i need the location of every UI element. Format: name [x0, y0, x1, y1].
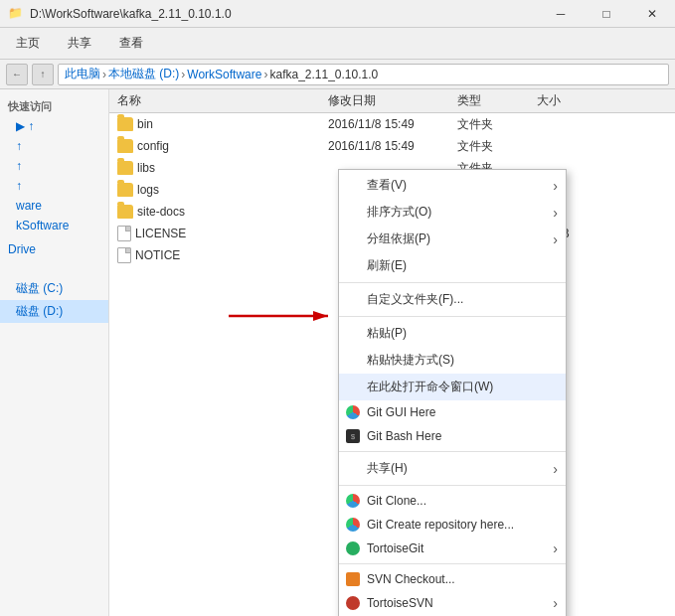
file-name: bin — [109, 117, 328, 131]
menu-separator — [339, 485, 566, 486]
file-type: 文件夹 — [457, 138, 537, 155]
menu-item-gitcreate[interactable]: Git Create repository here... — [339, 513, 566, 537]
menu-item-label: 在此处打开命令窗口(W) — [367, 379, 493, 395]
menu-separator — [339, 282, 566, 283]
file-name: site-docs — [109, 205, 328, 219]
sidebar-item-3[interactable]: ↑ — [0, 156, 108, 176]
sidebar-item-ware[interactable]: ware — [0, 196, 108, 216]
window-controls: ─ □ ✕ — [538, 0, 675, 28]
menu-item-label: Git Bash Here — [367, 429, 441, 443]
menu-item-svncheckout[interactable]: SVN Checkout... — [339, 567, 566, 591]
title-bar: 📁 D:\WorkSoftware\kafka_2.11_0.10.1.0 ─ … — [0, 0, 675, 28]
col-header-size[interactable]: 大小 — [537, 92, 596, 109]
address-bar: ← ↑ 此电脑 › 本地磁盘 (D:) › WorkSoftware › kaf… — [0, 60, 675, 89]
menu-item-sort[interactable]: 排序方式(O) — [339, 199, 566, 226]
col-header-name[interactable]: 名称 — [109, 92, 328, 109]
window-icon: 📁 — [8, 6, 24, 22]
file-icon — [117, 247, 131, 263]
menu-item-label: 粘贴(P) — [367, 325, 407, 342]
close-button[interactable]: ✕ — [629, 0, 675, 28]
sidebar-quick-access-header: 快速访问 — [0, 93, 108, 116]
git-logo-icon — [346, 518, 360, 532]
menu-item-gitgui[interactable]: Git GUI Here — [339, 400, 566, 424]
bash-logo-icon: $ — [346, 429, 360, 443]
sidebar-item-4[interactable]: ↑ — [0, 176, 108, 196]
sidebar-item-ddrive[interactable]: 磁盘 (D:) — [0, 300, 108, 323]
menu-item-tortoisegit[interactable]: TortoiseGit — [339, 537, 566, 560]
file-area: 名称 修改日期 类型 大小 bin 2016/11/8 15:49 文件夹 co… — [109, 89, 675, 616]
menu-item-label: SVN Checkout... — [367, 572, 455, 586]
folder-icon — [117, 161, 133, 175]
col-header-date[interactable]: 修改日期 — [328, 92, 457, 109]
menu-item-group[interactable]: 分组依据(P) — [339, 226, 566, 252]
sidebar: 快速访问 ▶ ↑ ↑ ↑ ↑ ware kSoftware Drive 磁盘 (… — [0, 89, 109, 616]
maximize-button[interactable]: □ — [584, 0, 629, 28]
quick-access-section: 快速访问 ▶ ↑ ↑ ↑ ↑ ware kSoftware — [0, 93, 108, 235]
menu-separator — [339, 451, 566, 452]
file-icon — [117, 226, 131, 241]
file-name: LICENSE — [109, 226, 328, 241]
address-path[interactable]: 此电脑 › 本地磁盘 (D:) › WorkSoftware › kafka_2… — [58, 64, 669, 85]
file-name: libs — [109, 161, 328, 175]
git-icon — [345, 493, 361, 509]
path-worksoftware[interactable]: WorkSoftware — [187, 68, 261, 81]
menu-item-label: Git Clone... — [367, 494, 426, 508]
tab-share[interactable]: 共享 — [56, 31, 103, 56]
tortoisesvn-logo-icon — [346, 596, 360, 610]
menu-item-label: TortoiseGit — [367, 541, 423, 555]
menu-item-label: Git Create repository here... — [367, 518, 514, 532]
column-headers: 名称 修改日期 类型 大小 — [109, 89, 675, 113]
folder-icon — [117, 205, 133, 219]
tortoisegit-icon — [345, 540, 361, 556]
menu-item-tortoisesvn[interactable]: TortoiseSVN — [339, 591, 566, 615]
menu-item-label: 排序方式(O) — [367, 204, 431, 221]
toolbar: 主页 共享 查看 — [0, 28, 675, 60]
red-arrow — [229, 306, 338, 326]
table-row[interactable]: bin 2016/11/8 15:49 文件夹 — [109, 113, 675, 135]
menu-item-share[interactable]: 共享(H) — [339, 455, 566, 482]
file-name: logs — [109, 183, 328, 197]
sidebar-item-worksoftware[interactable]: kSoftware — [0, 216, 108, 235]
menu-item-label: 分组依据(P) — [367, 231, 430, 247]
file-name: NOTICE — [109, 247, 328, 263]
menu-item-label: 粘贴快捷方式(S) — [367, 352, 454, 369]
table-row[interactable]: config 2016/11/8 15:49 文件夹 — [109, 135, 675, 157]
sidebar-item-cdrive[interactable]: 磁盘 (C:) — [0, 277, 108, 300]
menu-item-label: 共享(H) — [367, 460, 408, 477]
menu-item-customfolder[interactable]: 自定义文件夹(F)... — [339, 286, 566, 313]
col-header-type[interactable]: 类型 — [457, 92, 537, 109]
drives-section: Drive 磁盘 (C:) 磁盘 (D:) — [0, 239, 108, 323]
up-button[interactable]: ↑ — [32, 64, 54, 85]
menu-item-gitbash[interactable]: $Git Bash Here — [339, 424, 566, 448]
file-name: config — [109, 139, 328, 153]
menu-item-pasteshortcut[interactable]: 粘贴快捷方式(S) — [339, 347, 566, 374]
tab-home[interactable]: 主页 — [4, 31, 52, 56]
file-type: 文件夹 — [457, 116, 537, 133]
menu-item-label: 刷新(E) — [367, 257, 407, 274]
context-menu: 查看(V)排序方式(O)分组依据(P)刷新(E)自定义文件夹(F)...粘贴(P… — [338, 169, 567, 616]
sidebar-item-1[interactable]: ▶ ↑ — [0, 116, 108, 136]
menu-item-opencmd[interactable]: 在此处打开命令窗口(W) — [339, 374, 566, 400]
back-button[interactable]: ← — [6, 64, 28, 85]
svn-logo-icon — [346, 572, 360, 586]
menu-item-refresh[interactable]: 刷新(E) — [339, 252, 566, 279]
menu-item-paste[interactable]: 粘贴(P) — [339, 320, 566, 347]
git-icon — [345, 517, 361, 533]
minimize-button[interactable]: ─ — [538, 0, 584, 28]
tortoisesvn-icon — [345, 595, 361, 611]
sidebar-item-2[interactable]: ↑ — [0, 136, 108, 156]
sidebar-item-drive[interactable]: Drive — [0, 239, 108, 259]
menu-separator — [339, 316, 566, 317]
file-date: 2016/11/8 15:49 — [328, 117, 457, 131]
path-drive[interactable]: 本地磁盘 (D:) — [108, 66, 179, 82]
path-computer[interactable]: 此电脑 — [65, 66, 100, 82]
menu-separator — [339, 563, 566, 564]
menu-item-view[interactable]: 查看(V) — [339, 172, 566, 199]
tab-view[interactable]: 查看 — [107, 31, 155, 56]
path-current: kafka_2.11_0.10.1.0 — [269, 68, 378, 81]
menu-item-label: 自定义文件夹(F)... — [367, 291, 463, 308]
git-logo-icon — [346, 494, 360, 508]
menu-item-label: 查看(V) — [367, 177, 407, 194]
menu-item-gitclone[interactable]: Git Clone... — [339, 489, 566, 513]
file-date: 2016/11/8 15:49 — [328, 139, 457, 153]
